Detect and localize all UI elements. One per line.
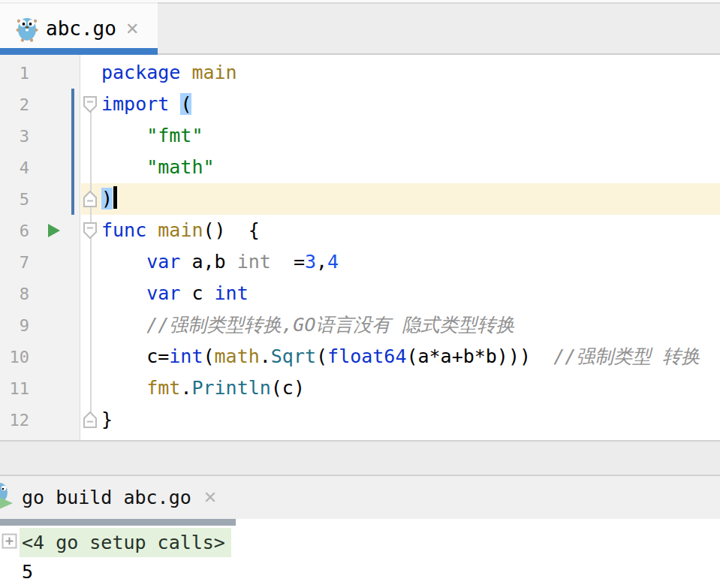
line-number: 9 <box>0 316 29 335</box>
code-line[interactable]: } <box>101 404 720 436</box>
code-token: (c) <box>271 377 305 399</box>
gutter-row: 7 <box>0 246 80 278</box>
line-number: 8 <box>0 285 29 303</box>
code-line[interactable]: import ( <box>101 89 720 120</box>
code-token: main <box>191 62 236 83</box>
expand-plus-icon[interactable] <box>2 532 17 553</box>
code-token <box>101 377 146 399</box>
code-token: c= <box>101 345 169 367</box>
code-token: Println <box>191 377 270 399</box>
gutter-row: 8 <box>0 278 80 309</box>
code-token: func <box>101 219 146 241</box>
code-line[interactable]: "fmt" <box>101 120 720 152</box>
editor-toolwindow-gap <box>0 440 720 476</box>
vcs-change-bar <box>71 89 74 215</box>
code-line[interactable]: var a,b int =3,4 <box>101 246 720 278</box>
code-token: 4 <box>327 251 339 273</box>
gutter-row: 10 <box>0 341 80 372</box>
code-token: ( <box>180 93 191 115</box>
run-tab-close-icon[interactable]: ✕ <box>203 488 217 507</box>
console-folded-row[interactable]: <4 go setup calls> <box>0 526 720 559</box>
code-lines[interactable]: package mainimport ( "fmt" "math")func m… <box>80 55 720 440</box>
code-token: , <box>316 251 327 273</box>
code-token: "math" <box>146 156 214 178</box>
code-token: //强制类型 转换 <box>553 345 700 367</box>
run-console[interactable]: <4 go setup calls> 5 <box>0 526 720 588</box>
code-token <box>180 62 191 83</box>
run-tab-label[interactable]: go build abc.go <box>22 487 191 508</box>
code-token <box>101 125 146 146</box>
line-number: 6 <box>0 222 29 240</box>
code-token <box>101 314 146 336</box>
run-tab-underline <box>0 519 236 526</box>
code-token <box>101 282 146 304</box>
go-run-icon <box>0 482 16 514</box>
code-token: var <box>146 282 180 304</box>
code-editor[interactable]: 123456789101112 package mainimport ( "fm… <box>0 55 720 440</box>
code-line[interactable]: func main() { <box>101 215 720 246</box>
text-caret <box>113 186 117 209</box>
code-token: } <box>101 409 113 430</box>
gutter-row: 12 <box>0 404 80 436</box>
code-token <box>101 251 146 273</box>
line-number: 10 <box>0 348 29 366</box>
code-line[interactable]: "math" <box>101 152 720 183</box>
run-tab-bar: go build abc.go ✕ <box>0 476 720 519</box>
code-line[interactable]: package main <box>101 57 720 89</box>
code-token: math <box>215 345 260 367</box>
code-token: ) <box>101 188 113 210</box>
code-token: //强制类型转换,GO语言没有 隐式类型转换 <box>146 314 514 336</box>
code-token: () { <box>203 219 260 241</box>
code-token: = <box>271 251 305 273</box>
editor-tab-bar: abc.go ✕ <box>0 0 720 55</box>
line-number: 11 <box>0 379 29 398</box>
tab-label: abc.go <box>46 17 116 40</box>
run-main-button[interactable] <box>47 223 62 238</box>
tab-close-icon[interactable]: ✕ <box>125 20 139 38</box>
code-token: c <box>180 282 214 304</box>
go-gopher-icon <box>15 15 39 42</box>
code-token: . <box>180 377 191 399</box>
code-token: ( <box>203 345 214 367</box>
run-tool-window: go build abc.go ✕ <4 go setup calls> 5 <box>0 476 720 588</box>
gutter-row: 2 <box>0 89 80 120</box>
code-token <box>169 93 180 115</box>
editor-gutter: 123456789101112 <box>0 55 80 440</box>
code-token: . <box>260 345 271 367</box>
line-number: 3 <box>0 127 29 146</box>
line-number: 7 <box>0 253 29 272</box>
line-number: 4 <box>0 158 29 177</box>
code-line[interactable]: var c int <box>101 278 720 309</box>
code-token: main <box>158 219 203 241</box>
gutter-lines: 123456789101112 <box>0 57 80 436</box>
code-token: int <box>169 345 203 367</box>
gutter-row: 1 <box>0 57 80 89</box>
code-token: ( <box>316 345 327 367</box>
code-token: Sqrt <box>271 345 316 367</box>
gutter-row: 9 <box>0 309 80 341</box>
folded-calls-text[interactable]: <4 go setup calls> <box>20 528 231 557</box>
tab-abc-go[interactable]: abc.go ✕ <box>0 4 158 53</box>
code-token: float64 <box>327 345 406 367</box>
line-number: 2 <box>0 95 29 114</box>
gutter-row: 5 <box>0 183 80 215</box>
console-output-value: 5 <box>0 559 720 588</box>
line-number: 5 <box>0 190 29 209</box>
code-token <box>101 156 146 178</box>
gutter-row: 3 <box>0 120 80 152</box>
code-line[interactable]: fmt.Println(c) <box>101 372 720 404</box>
code-token: package <box>101 62 180 83</box>
code-token: 3 <box>305 251 316 273</box>
gutter-row: 6 <box>0 215 80 246</box>
line-number: 1 <box>0 64 29 83</box>
code-token: int <box>237 251 271 273</box>
code-token <box>146 219 158 241</box>
code-line[interactable]: //强制类型转换,GO语言没有 隐式类型转换 <box>101 309 720 341</box>
tab-bar-divider <box>158 2 720 4</box>
code-token: "fmt" <box>146 125 203 146</box>
gutter-row: 11 <box>0 372 80 404</box>
code-token: fmt <box>146 377 180 399</box>
code-line[interactable]: c=int(math.Sqrt(float64(a*a+b*b))) //强制类… <box>101 341 720 372</box>
gutter-row: 4 <box>0 152 80 183</box>
code-line[interactable]: ) <box>101 183 720 215</box>
